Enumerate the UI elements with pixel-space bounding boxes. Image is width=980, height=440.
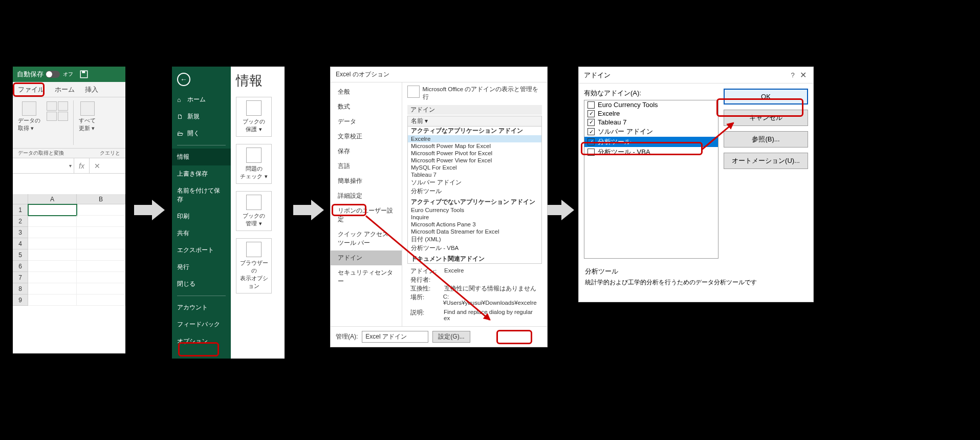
cell[interactable] [28,216,77,227]
cell[interactable] [28,272,77,283]
name-box[interactable]: ▾ [13,158,74,173]
opt-general[interactable]: 全般 [331,85,402,99]
row-header[interactable]: 6 [13,261,28,272]
cell[interactable] [28,204,77,216]
cell[interactable] [77,295,125,306]
settings-button[interactable]: 設定(G)... [432,331,470,343]
save-icon[interactable] [79,70,89,79]
addin-row[interactable]: ソルバー アドイン [408,178,541,187]
addin-row[interactable]: Excelre [408,135,541,142]
cell[interactable] [28,227,77,238]
cancel-formula-icon[interactable]: ✕ [90,158,105,173]
close-button[interactable]: ✕ [798,70,808,80]
addin-row[interactable]: Microsoft Actions Pane 3 [408,221,541,228]
row-header[interactable]: 7 [13,272,28,283]
tab-file[interactable]: ファイル [13,82,50,97]
opt-language[interactable]: 言語 [331,159,402,174]
addin-row[interactable]: Microsoft Data Streamer for Excel [408,228,541,235]
nav-home[interactable]: ⌂ホーム [172,91,231,108]
nav-account[interactable]: アカウント [172,299,231,316]
tab-home[interactable]: ホーム [50,82,80,97]
addin-row[interactable]: Tableau 7 [408,171,541,178]
manage-select[interactable]: Excel アドイン [362,331,428,343]
nav-new[interactable]: 🗋新規 [172,108,231,125]
addin-row[interactable]: Inquire [408,214,541,221]
row-header[interactable]: 5 [13,249,28,261]
row-header[interactable]: 1 [13,204,28,216]
addin-checkbox-row[interactable]: ✓Tableau 7 [584,118,718,127]
addin-row[interactable]: 分析ツール - VBA [408,244,541,253]
addins-table[interactable]: 名前 ▾ アクティブなアプリケーション アドイン ExcelreMicrosof… [407,116,542,264]
opt-trust[interactable]: セキュリティセンター [331,265,402,289]
cell[interactable] [28,283,77,295]
opt-data[interactable]: データ [331,114,402,129]
row-header[interactable]: 9 [13,295,28,306]
opt-qat[interactable]: クイック アクセス ツール バー [331,227,402,250]
addin-checkbox-row[interactable]: 分析ツール - VBA [584,147,718,157]
select-all-corner[interactable] [13,194,28,204]
nav-feedback[interactable]: フィードバック [172,316,231,333]
addin-checkbox-row[interactable]: ✓Excelre [584,109,718,118]
opt-formulas[interactable]: 数式 [331,99,402,114]
cell[interactable] [77,216,125,227]
checkbox[interactable]: ✓ [587,128,595,135]
opt-addins[interactable]: アドイン [331,250,402,265]
checkbox[interactable]: ✓ [587,138,595,145]
addins-col-name[interactable]: 名前 ▾ [408,116,541,127]
nav-close[interactable]: 閉じる [172,276,231,292]
browser-view-button[interactable]: ブラウザーの表示オプション [236,238,272,294]
back-button[interactable]: ← [177,73,190,86]
addin-row[interactable]: 日付 (XML) [408,235,541,244]
addin-row[interactable]: Euro Currency Tools [408,206,541,214]
addin-row[interactable]: Microsoft Power Map for Excel [408,142,541,150]
cancel-button[interactable]: キャンセル [724,110,808,126]
cell[interactable] [28,261,77,272]
addin-row[interactable]: Microsoft Power Pivot for Excel [408,150,541,157]
protect-workbook-button[interactable]: ブックの保護 ▾ [236,97,272,137]
ok-button[interactable]: OK [724,89,808,104]
automation-button[interactable]: オートメーション(U)... [724,153,808,169]
addin-row[interactable]: 分析ツール [408,187,541,196]
addin-checkbox-row[interactable]: ✓ソルバー アドイン [584,127,718,137]
addin-row[interactable]: Microsoft Power View for Excel [408,157,541,164]
cell[interactable] [77,204,125,216]
manage-workbook-button[interactable]: ブックの管理 ▾ [236,191,272,231]
nav-options[interactable]: オプション [172,333,231,350]
col-header-a[interactable]: A [28,194,77,204]
cell[interactable] [28,295,77,306]
autosave-toggle[interactable]: 自動保存 オフ [17,70,73,79]
cell[interactable] [28,238,77,249]
opt-ease[interactable]: 簡単操作 [331,174,402,188]
cell[interactable] [28,249,77,261]
cell[interactable] [77,249,125,261]
addin-row[interactable]: MySQL For Excel [408,164,541,171]
opt-save[interactable]: 保存 [331,144,402,159]
nav-save[interactable]: 上書き保存 [172,165,231,182]
cell[interactable] [77,272,125,283]
from-web-icon[interactable] [58,101,68,111]
cell[interactable] [77,261,125,272]
fx-icon[interactable]: fx [74,158,90,173]
browse-button[interactable]: 参照(B)... [724,131,808,148]
tab-insert[interactable]: 挿入 [80,82,103,97]
addin-checkbox-row[interactable]: ✓分析ツール [584,137,718,147]
addin-checkbox-row[interactable]: Euro Currency Tools [584,100,718,109]
nav-share[interactable]: 共有 [172,225,231,242]
nav-export[interactable]: エクスポート [172,242,231,259]
col-header-b[interactable]: B [77,194,125,204]
checkbox[interactable] [587,101,595,109]
nav-publish[interactable]: 発行 [172,259,231,276]
row-header[interactable]: 8 [13,283,28,295]
checkbox[interactable]: ✓ [587,110,595,117]
recent-sources-icon[interactable] [58,112,68,121]
checkbox[interactable] [587,149,595,156]
refresh-all-button[interactable]: すべて更新 ▾ [77,100,98,145]
nav-open[interactable]: 🗁開く [172,125,231,142]
row-header[interactable]: 4 [13,238,28,249]
nav-info[interactable]: 情報 [172,149,231,165]
opt-proofing[interactable]: 文章校正 [331,129,402,144]
row-header[interactable]: 2 [13,216,28,227]
cell[interactable] [77,238,125,249]
worksheet-grid[interactable]: A B 123456789 [13,194,125,306]
get-data-button[interactable]: データの取得 ▾ [16,100,42,145]
